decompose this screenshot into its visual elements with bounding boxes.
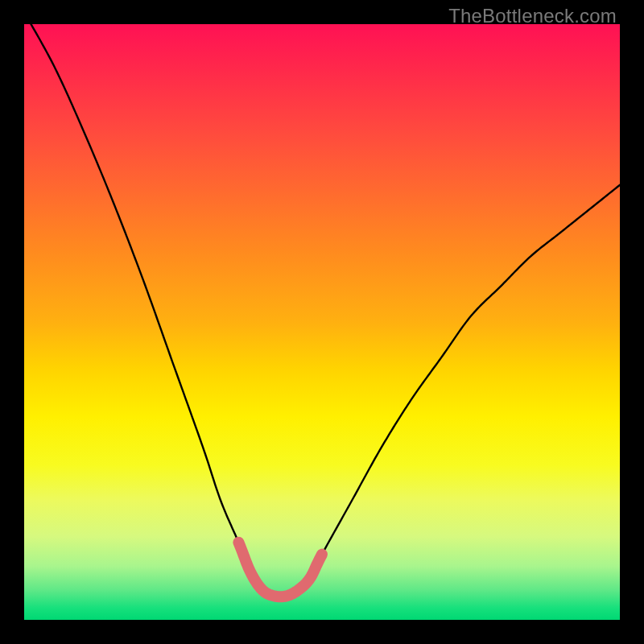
plot-area [24, 24, 620, 620]
chart-frame: TheBottleneck.com [0, 0, 644, 644]
curve-path [24, 12, 620, 597]
curve-highlight [238, 543, 322, 597]
bottleneck-curve [24, 24, 620, 620]
